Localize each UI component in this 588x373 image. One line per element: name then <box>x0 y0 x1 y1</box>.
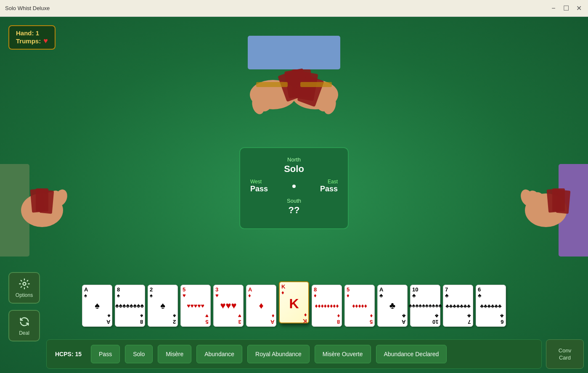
card-rank-top: 5♥ <box>183 287 209 299</box>
deal-button[interactable]: Deal <box>8 310 40 341</box>
window-controls: − ☐ ✕ <box>549 4 583 13</box>
player-hand: A♠ ♠ A♠ 8♠ ♠♠♠♠♠♠♠♠ 8♠ 2♠ ♠ 2♠ 5♥ ♥♥♥♥♥ … <box>50 285 538 327</box>
card-rank-bottom: 10♣ <box>432 312 438 325</box>
card-8s[interactable]: 8♠ ♠♠♠♠♠♠♠♠ 8♠ <box>115 285 145 327</box>
card-suit-center: ♠♠♠♠♠♠♠♠ <box>117 299 143 313</box>
options-label: Options <box>16 292 33 298</box>
minimize-button[interactable]: − <box>549 4 558 13</box>
royal-abundance-button[interactable]: Royal Abundance <box>247 345 310 363</box>
card-rank-top: 8♦ <box>314 287 340 299</box>
card-suit-center: ♦♦♦♦♦ <box>347 299 373 313</box>
card-kd[interactable]: K♦ K K♦ <box>279 281 309 323</box>
card-rank-top: 3♥ <box>215 287 241 299</box>
west-direction-label: West <box>250 179 268 185</box>
card-rank-bottom: 7♣ <box>467 312 471 325</box>
svg-rect-12 <box>256 82 288 87</box>
card-as[interactable]: A♠ ♠ A♠ <box>82 285 112 327</box>
card-rank-top: A♣ <box>379 287 405 299</box>
title-bar: Solo Whist Deluxe − ☐ ✕ <box>0 0 588 17</box>
hand-info-box: Hand: 1 Trumps: ♥ <box>8 25 56 50</box>
card-rank-top: 8♠ <box>117 287 143 299</box>
east-player-hands <box>508 139 588 283</box>
south-direction-label: South <box>250 198 338 204</box>
pass-button[interactable]: Pass <box>91 345 120 363</box>
card-rank-top: 5♦ <box>347 287 373 299</box>
card-suit-center: ♥♥♥♥♥ <box>183 299 209 313</box>
card-rank-top: A♠ <box>84 287 110 299</box>
center-dot <box>292 185 296 188</box>
card-rank-bottom: 5♥ <box>205 312 209 325</box>
conv-card-button[interactable]: Conv Card <box>546 339 584 369</box>
options-button[interactable]: Options <box>8 272 40 304</box>
svg-point-30 <box>23 282 26 285</box>
card-rank-top: 2♠ <box>150 287 176 299</box>
card-suit-center: ♠ <box>150 299 176 313</box>
gear-icon <box>19 278 30 290</box>
bidding-bar: HCPS: 15 Pass Solo Misère Abundance Roya… <box>46 339 542 369</box>
trumps-label: Trumps: <box>16 37 41 45</box>
maximize-button[interactable]: ☐ <box>562 4 570 13</box>
north-bid-value: Solo <box>250 164 338 175</box>
card-10c[interactable]: 10♣ ♣♣♣♣♣♣♣♣♣♣ 10♣ <box>410 285 440 327</box>
card-rank-top: 10♣ <box>412 287 438 299</box>
east-bid-value: Pass <box>320 185 338 193</box>
conv-card-line2: Card <box>559 354 571 361</box>
card-rank-top: A♦ <box>248 287 274 299</box>
south-bid-container: South ?? <box>250 198 338 216</box>
card-rank-bottom: 3♥ <box>238 312 241 325</box>
bidding-panel: North Solo West Pass East Pass South ?? <box>239 147 349 229</box>
west-player-hands <box>0 139 80 283</box>
card-suit-center: ♦ <box>248 299 274 313</box>
abundance-declared-button[interactable]: Abundance Declared <box>376 345 447 363</box>
south-bid-value: ?? <box>250 205 338 216</box>
misere-button[interactable]: Misère <box>158 345 191 363</box>
abundance-button[interactable]: Abundance <box>196 345 242 363</box>
card-rank-top: K♦ <box>281 284 307 296</box>
card-suit-center: ♥♥♥ <box>215 299 241 313</box>
solo-button[interactable]: Solo <box>125 345 153 363</box>
card-suit-center: ♣♣♣♣♣♣♣ <box>445 299 471 313</box>
deal-label: Deal <box>19 330 29 336</box>
card-suit-center: ♣ <box>379 299 405 313</box>
game-area: Hand: 1 Trumps: ♥ <box>0 17 588 373</box>
card-6c[interactable]: 6♣ ♣♣♣♣♣♣ 6♣ <box>476 285 506 327</box>
east-direction-label: East <box>320 179 338 185</box>
card-rank-bottom: A♠ <box>106 312 110 325</box>
card-3h[interactable]: 3♥ ♥♥♥ 3♥ <box>213 285 244 327</box>
card-rank-bottom: 6♣ <box>500 312 504 325</box>
card-rank-bottom: 8♦ <box>337 312 340 325</box>
card-rank-top: 6♣ <box>478 287 504 299</box>
card-suit-center: ♦♦♦♦♦♦♦♦ <box>314 299 340 313</box>
north-player-hands <box>222 36 366 126</box>
west-bid-value: Pass <box>250 185 268 193</box>
west-bid-container: West Pass <box>250 179 268 193</box>
card-suit-center: ♣♣♣♣♣♣ <box>478 299 504 313</box>
card-rank-bottom: 8♠ <box>140 312 143 325</box>
hcps-label: HCPS: 15 <box>55 351 82 357</box>
svg-rect-21 <box>40 190 54 214</box>
card-suit-center: ♠ <box>84 299 110 313</box>
close-button[interactable]: ✕ <box>575 4 583 13</box>
east-bid-container: East Pass <box>320 179 338 193</box>
svg-rect-13 <box>300 82 332 87</box>
svg-rect-29 <box>556 190 571 214</box>
window-title: Solo Whist Deluxe <box>5 5 50 11</box>
card-7c[interactable]: 7♣ ♣♣♣♣♣♣♣ 7♣ <box>443 285 473 327</box>
deal-icon <box>19 316 30 328</box>
card-rank-bottom: 5♦ <box>370 312 373 325</box>
card-rank-bottom: A♣ <box>402 312 405 325</box>
east-hand-svg <box>508 139 588 282</box>
card-5h[interactable]: 5♥ ♥♥♥♥♥ 5♥ <box>180 285 211 327</box>
bid-center-row: West Pass East Pass <box>250 179 338 193</box>
card-2s[interactable]: 2♠ ♠ 2♠ <box>148 285 178 327</box>
card-5d[interactable]: 5♦ ♦♦♦♦♦ 5♦ <box>344 285 375 327</box>
misere-ouverte-button[interactable]: Misère Ouverte <box>315 345 371 363</box>
card-suit-center: ♣♣♣♣♣♣♣♣♣♣ <box>412 299 438 313</box>
card-ac[interactable]: A♣ ♣ A♣ <box>377 285 408 327</box>
card-ad[interactable]: A♦ ♦ A♦ <box>246 285 276 327</box>
trump-suit: ♥ <box>43 37 48 45</box>
svg-rect-0 <box>248 36 340 69</box>
card-8d[interactable]: 8♦ ♦♦♦♦♦♦♦♦ 8♦ <box>312 285 342 327</box>
card-rank-bottom: 2♠ <box>173 312 176 325</box>
trumps-row: Trumps: ♥ <box>16 37 48 45</box>
